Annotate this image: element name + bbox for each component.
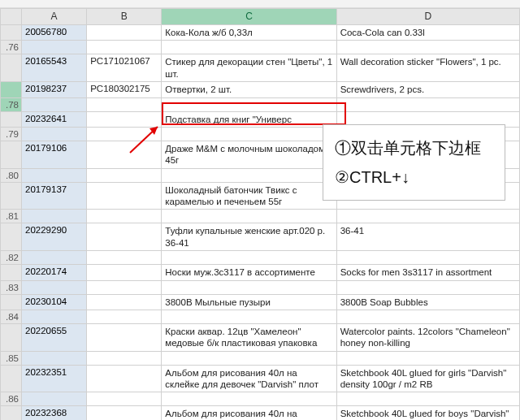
cell-B[interactable] (87, 294, 162, 310)
row-header[interactable] (1, 25, 22, 41)
cell-D[interactable] (336, 351, 519, 365)
cell-B[interactable] (87, 265, 162, 280)
cell-D[interactable]: 36-41 (336, 223, 519, 251)
cell-A[interactable] (22, 97, 87, 111)
cell-A[interactable]: 20232351 (22, 365, 87, 392)
table-row[interactable]: 20220174Носки муж.3с3117 в ассортиментеS… (1, 265, 520, 280)
cell-A[interactable] (22, 168, 87, 182)
row-header[interactable] (1, 82, 22, 97)
cell-A[interactable]: 20232368 (22, 406, 87, 420)
cell-B[interactable] (87, 182, 162, 210)
row-header[interactable] (1, 141, 22, 168)
cell-B[interactable] (87, 251, 162, 265)
cell-A[interactable]: 20165543 (22, 54, 87, 82)
cell-C[interactable] (162, 127, 336, 141)
row-header[interactable] (1, 365, 22, 392)
cell-B[interactable]: PC180302175 (87, 82, 162, 97)
cell-D[interactable] (336, 280, 519, 294)
cell-C[interactable] (162, 310, 336, 323)
table-row[interactable]: .86 (1, 392, 520, 406)
column-header-row[interactable]: A B C D (1, 9, 520, 25)
table-row[interactable]: 20229290Туфли купальные женские арт.020 … (1, 223, 520, 251)
cell-C[interactable] (162, 280, 336, 294)
worksheet-area[interactable]: A B C D 20056780Кока-Кола ж/б 0,33лCoca-… (0, 8, 520, 420)
cell-D[interactable] (336, 210, 519, 223)
cell-A[interactable]: 20056780 (22, 25, 87, 41)
cell-B[interactable] (87, 127, 162, 141)
row-header[interactable]: .78 (1, 97, 22, 111)
cell-B[interactable]: PC171021067 (87, 54, 162, 82)
cell-D[interactable] (336, 97, 519, 111)
cell-C[interactable] (162, 168, 336, 182)
table-row[interactable]: .78 (1, 97, 520, 111)
cell-D[interactable]: Screwdrivers, 2 pcs. (336, 82, 519, 97)
table-row[interactable]: 20056780Кока-Кола ж/б 0,33лCoca-Cola can… (1, 25, 520, 41)
cell-D[interactable]: Coca-Cola can 0.33l (336, 25, 519, 41)
cell-C[interactable] (162, 251, 336, 265)
cell-B[interactable] (87, 392, 162, 406)
cell-A[interactable]: 20230104 (22, 294, 87, 310)
cell-A[interactable]: 20198237 (22, 82, 87, 97)
cell-C[interactable]: Отвертки, 2 шт. (162, 82, 336, 97)
col-header-D[interactable]: D (336, 9, 519, 25)
row-header[interactable]: .83 (1, 280, 22, 294)
cell-A[interactable] (22, 351, 87, 365)
row-header[interactable] (1, 182, 22, 210)
cell-A[interactable] (22, 392, 87, 406)
row-header[interactable]: .82 (1, 251, 22, 265)
cell-A[interactable]: 20179106 (22, 141, 87, 168)
cell-C[interactable]: 3800B Мыльные пузыри (162, 294, 336, 310)
cell-C[interactable]: Альбом для рисования 40л на склейке для … (162, 365, 336, 392)
row-header[interactable] (1, 265, 22, 280)
cell-B[interactable] (87, 406, 162, 420)
table-row[interactable]: 20232368Альбом для рисования 40л на скле… (1, 406, 520, 420)
cell-A[interactable] (22, 127, 87, 141)
cell-C[interactable]: Носки муж.3с3117 в ассортименте (162, 265, 336, 280)
cell-C[interactable]: Стикер для декорации стен "Цветы", 1 шт. (162, 54, 336, 82)
cell-B[interactable] (87, 111, 162, 127)
cell-D[interactable] (336, 392, 519, 406)
cell-D[interactable]: Socks for men 3s3117 in assortment (336, 265, 519, 280)
cell-B[interactable] (87, 25, 162, 41)
cell-B[interactable] (87, 280, 162, 294)
row-header[interactable] (1, 323, 22, 351)
cell-A[interactable]: 20179137 (22, 182, 87, 210)
select-all-corner[interactable] (1, 9, 22, 25)
table-row[interactable]: .85 (1, 351, 520, 365)
cell-D[interactable]: Watercolor paints. 12colors "Chameleon" … (336, 323, 519, 351)
cell-B[interactable] (87, 210, 162, 223)
cell-C[interactable]: Альбом для рисования 40л на склейке для … (162, 406, 336, 420)
col-header-C[interactable]: C (162, 9, 336, 25)
cell-B[interactable] (87, 323, 162, 351)
table-row[interactable]: .81 (1, 210, 520, 223)
row-header[interactable]: .81 (1, 210, 22, 223)
row-header[interactable] (1, 406, 22, 420)
table-row[interactable]: 20232351Альбом для рисования 40л на скле… (1, 365, 520, 392)
cell-C[interactable]: Подставка для книг "Универс (162, 111, 336, 127)
cell-B[interactable] (87, 97, 162, 111)
cell-D[interactable]: Sketchbook 40L glued for girls "Darvish"… (336, 365, 519, 392)
cell-D[interactable]: Sketchbook 40L glued for boys "Darvish" … (336, 406, 519, 420)
table-row[interactable]: 20198237PC180302175Отвертки, 2 шт.Screwd… (1, 82, 520, 97)
cell-D[interactable]: 3800B Soap Bubbles (336, 294, 519, 310)
table-row[interactable]: .76 (1, 41, 520, 54)
cell-D[interactable] (336, 41, 519, 54)
row-header[interactable]: .76 (1, 41, 22, 54)
cell-B[interactable] (87, 365, 162, 392)
row-header[interactable]: .86 (1, 392, 22, 406)
cell-B[interactable] (87, 223, 162, 251)
cell-B[interactable] (87, 351, 162, 365)
cell-C[interactable] (162, 351, 336, 365)
cell-B[interactable] (87, 310, 162, 323)
cell-A[interactable]: 20232641 (22, 111, 87, 127)
row-header[interactable] (1, 54, 22, 82)
col-header-A[interactable]: A (22, 9, 87, 25)
table-row[interactable]: 202301043800B Мыльные пузыри3800B Soap B… (1, 294, 520, 310)
cell-B[interactable] (87, 41, 162, 54)
row-header[interactable]: .79 (1, 127, 22, 141)
cell-D[interactable]: Wall decoration sticker "Flowers", 1 pc. (336, 54, 519, 82)
row-header[interactable]: .84 (1, 310, 22, 323)
grid-table[interactable]: A B C D 20056780Кока-Кола ж/б 0,33лCoca-… (0, 8, 520, 420)
row-header[interactable]: .85 (1, 351, 22, 365)
table-row[interactable]: 20220655Краски аквар. 12цв "Хамелеон" ме… (1, 323, 520, 351)
